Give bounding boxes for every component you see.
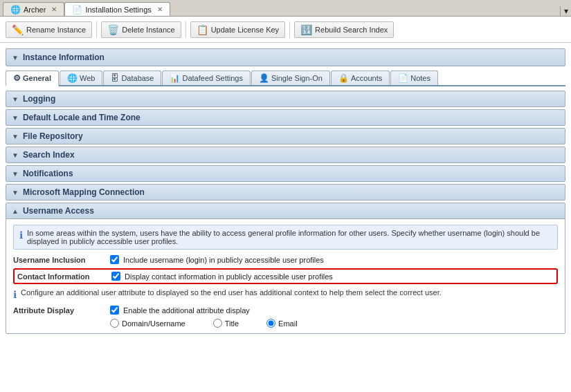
file-repo-section[interactable]: ▼ File Repository [6, 128, 565, 144]
tab-sso[interactable]: 👤 Single Sign-On [251, 71, 330, 85]
microsoft-label: Microsoft Mapping Connection [23, 187, 145, 197]
microsoft-chevron-icon: ▼ [12, 189, 19, 196]
logging-section[interactable]: ▼ Logging [6, 91, 565, 107]
attribute-display-content: Enable the additional attribute display [110, 306, 250, 315]
web-tab-icon: 🌐 [67, 73, 78, 83]
installation-tab-close[interactable]: ✕ [157, 6, 163, 13]
tab-web[interactable]: 🌐 Web [60, 71, 102, 85]
tab-notes[interactable]: 📄 Notes [390, 71, 438, 85]
username-access-body: ℹ In some areas within the system, users… [6, 219, 565, 333]
attribute-display-checkbox[interactable] [110, 306, 119, 315]
main-content: ▼ Instance Information ⚙ General 🌐 Web 🗄… [0, 43, 571, 392]
notes-tab-label: Notes [410, 74, 430, 82]
separator-1 [96, 21, 97, 38]
radio-email[interactable]: Email [266, 319, 298, 328]
datafeed-tab-label: Datafeed Settings [182, 74, 242, 82]
locale-section[interactable]: ▼ Default Locale and Time Zone [6, 109, 565, 126]
username-inclusion-row: Username Inclusion Include username (log… [13, 255, 558, 264]
contact-information-row: Contact Information Display contact info… [13, 268, 558, 284]
username-access-info-text: In some areas within the system, users h… [27, 229, 552, 245]
database-tab-icon: 🗄 [111, 73, 119, 83]
instance-information-title: Instance Information [23, 53, 105, 62]
delete-label: Delete Instance [122, 26, 174, 34]
database-tab-label: Database [121, 74, 154, 82]
tab-general[interactable]: ⚙ General [6, 71, 59, 86]
archer-tab-label: Archer [24, 6, 46, 14]
attribute-radio-group: Domain/Username Title Email [110, 319, 558, 328]
license-icon: 📋 [197, 24, 208, 35]
sso-tab-icon: 👤 [259, 73, 269, 83]
tab-scroll[interactable]: ▾ [560, 6, 571, 16]
installation-tab-icon: 📄 [72, 5, 82, 15]
rename-icon: ✏️ [12, 24, 24, 35]
notifications-section[interactable]: ▼ Notifications [6, 165, 565, 182]
file-repo-chevron-icon: ▼ [12, 133, 19, 140]
separator-2 [185, 21, 186, 38]
instance-information-header[interactable]: ▼ Instance Information [6, 48, 565, 66]
accounts-tab-icon: 🔒 [338, 73, 349, 83]
radio-title-input[interactable] [213, 319, 222, 328]
radio-title[interactable]: Title [213, 319, 239, 328]
notes-tab-icon: 📄 [398, 73, 408, 83]
username-inclusion-checkbox[interactable] [110, 255, 119, 264]
tab-installation[interactable]: 📄 Installation Settings ✕ [64, 2, 170, 16]
search-index-chevron-icon: ▼ [12, 151, 19, 159]
sso-tab-label: Single Sign-On [271, 74, 323, 82]
radio-title-label: Title [225, 319, 239, 328]
username-inclusion-content: Include username (login) in publicly acc… [110, 255, 324, 264]
search-index-section[interactable]: ▼ Search Index [6, 147, 565, 163]
locale-chevron-icon: ▼ [12, 114, 19, 122]
rename-label: Rename Instance [26, 26, 86, 34]
attribute-info: ℹ Configure an additional user attribute… [13, 288, 558, 300]
web-tab-label: Web [80, 74, 95, 82]
username-inclusion-text: Include username (login) in publicly acc… [123, 256, 324, 264]
radio-domain-label: Domain/Username [122, 319, 185, 328]
update-license-button[interactable]: 📋 Update License Key [190, 21, 285, 38]
instance-chevron-icon: ▼ [12, 54, 19, 62]
delete-instance-button[interactable]: 🗑️ Delete Instance [101, 21, 181, 38]
username-access-chevron-icon: ▲ [12, 207, 19, 215]
settings-tabs: ⚙ General 🌐 Web 🗄 Database 📊 Datafeed Se… [6, 71, 565, 86]
locale-label: Default Locale and Time Zone [23, 113, 141, 122]
tab-archer[interactable]: 🌐 Archer ✕ [3, 2, 64, 16]
rebuild-search-button[interactable]: 🔢 Rebuild Search Index [294, 21, 394, 38]
attribute-display-label: Attribute Display [13, 306, 110, 315]
username-access-section: ▲ Username Access ℹ In some areas within… [6, 203, 565, 334]
contact-information-checkbox[interactable] [111, 272, 120, 281]
logging-label: Logging [23, 94, 55, 104]
username-access-info: ℹ In some areas within the system, users… [13, 225, 558, 250]
contact-information-text: Display contact information in publicly … [125, 272, 333, 281]
username-inclusion-label: Username Inclusion [13, 256, 110, 264]
radio-email-input[interactable] [266, 319, 275, 328]
datafeed-tab-icon: 📊 [170, 73, 180, 83]
contact-information-content: Display contact information in publicly … [111, 272, 333, 281]
tab-accounts[interactable]: 🔒 Accounts [331, 71, 390, 85]
microsoft-section[interactable]: ▼ Microsoft Mapping Connection [6, 184, 565, 200]
username-access-header[interactable]: ▲ Username Access [6, 203, 565, 219]
notifications-chevron-icon: ▼ [12, 170, 19, 178]
radio-domain[interactable]: Domain/Username [110, 319, 185, 328]
general-tab-icon: ⚙ [13, 73, 21, 83]
rebuild-icon: 🔢 [300, 24, 312, 35]
info-icon-2: ℹ [13, 289, 17, 300]
installation-tab-label: Installation Settings [85, 6, 151, 14]
toolbar: ✏️ Rename Instance 🗑️ Delete Instance 📋 … [0, 17, 571, 43]
archer-tab-icon: 🌐 [10, 5, 21, 15]
attribute-info-text: Configure an additional user attribute t… [21, 288, 442, 297]
attribute-display-row: Attribute Display Enable the additional … [13, 306, 558, 315]
delete-icon: 🗑️ [107, 24, 119, 35]
logging-chevron-icon: ▼ [12, 95, 19, 103]
general-tab-label: General [23, 74, 51, 82]
rename-instance-button[interactable]: ✏️ Rename Instance [6, 21, 92, 38]
attribute-display-text: Enable the additional attribute display [123, 306, 250, 315]
rebuild-label: Rebuild Search Index [315, 26, 388, 34]
tab-datafeed[interactable]: 📊 Datafeed Settings [162, 71, 250, 85]
username-access-title: Username Access [23, 206, 94, 216]
notifications-label: Notifications [23, 169, 73, 178]
info-icon: ℹ [19, 230, 23, 241]
radio-domain-input[interactable] [110, 319, 119, 328]
tab-database[interactable]: 🗄 Database [103, 71, 161, 85]
archer-tab-close[interactable]: ✕ [51, 6, 57, 13]
accounts-tab-label: Accounts [351, 74, 382, 82]
license-label: Update License Key [211, 26, 279, 34]
